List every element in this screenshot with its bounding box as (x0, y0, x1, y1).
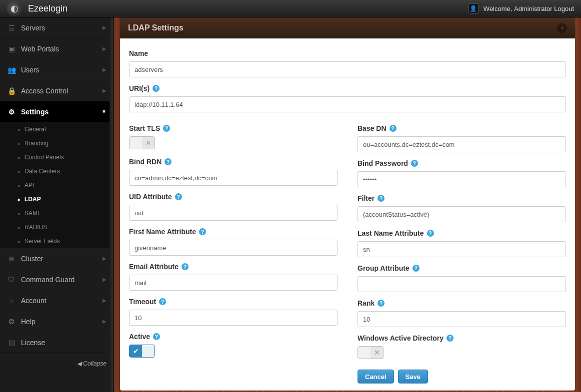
chevron-down-icon: ▼ (102, 109, 106, 114)
caret-icon: ▸ (18, 127, 20, 132)
help-icon[interactable]: ? (153, 333, 160, 340)
sidebar-item-label: Web Portals (21, 45, 59, 53)
filter-label: Filter (358, 194, 374, 202)
chevron-right-icon: ▶ (102, 319, 106, 324)
active-toggle[interactable]: ✔ (129, 345, 155, 358)
bind-rdn-input[interactable] (129, 170, 338, 186)
start-tls-toggle[interactable]: ✕ (129, 136, 155, 149)
sidebar-item-settings[interactable]: ⚙ Settings ▼ (0, 101, 114, 122)
sidebar-item-command-guard[interactable]: 🛡 Command Guard ▶ (0, 269, 114, 290)
wad-toggle[interactable]: ✕ (358, 346, 384, 359)
help-icon[interactable]: ? (152, 85, 160, 92)
help-icon[interactable]: ? (164, 158, 172, 165)
panel-title: LDAP Settings (128, 23, 184, 32)
group-attr-label: Group Attribute (358, 264, 410, 272)
timeout-input[interactable] (129, 310, 338, 326)
sub-item-data-centers[interactable]: ▸Data Centers (0, 164, 114, 178)
logout-link[interactable]: Logout (554, 5, 574, 12)
sidebar-item-help[interactable]: ❂ Help ▶ (0, 311, 114, 332)
help-icon[interactable]: ? (182, 263, 188, 270)
chevron-right-icon: ▶ (102, 256, 106, 261)
email-attr-input[interactable] (129, 275, 338, 291)
name-input[interactable] (129, 61, 566, 77)
sidebar-item-servers[interactable]: ☰ Servers ▶ (0, 17, 114, 38)
help-icon[interactable]: ? (446, 335, 454, 342)
settings-submenu: ▸General ▸Branding ▸Control Panels ▸Data… (0, 122, 114, 248)
collapse-label: Collapse (83, 360, 106, 367)
bind-password-input[interactable] (358, 171, 566, 187)
sub-item-label: Data Centers (24, 168, 60, 175)
sub-item-server-fields[interactable]: ▸Server Fields (0, 234, 114, 248)
caret-icon: ▸ (18, 183, 20, 188)
app-brand: Ezeelogin (28, 3, 68, 14)
sub-item-label: Branding (24, 140, 48, 147)
fname-attr-input[interactable] (129, 240, 338, 256)
lname-attr-label: Last Name Attribute (358, 229, 424, 237)
caret-icon: ▸ (18, 141, 20, 146)
help-icon[interactable]: ? (163, 125, 170, 132)
help-icon[interactable]: ? (378, 195, 384, 202)
sidebar-item-label: Users (21, 66, 40, 74)
shield-icon: 🛡 (7, 276, 16, 284)
sidebar: ☰ Servers ▶ ▣ Web Portals ▶ 👥 Users ▶ 🔒 … (0, 17, 114, 392)
sidebar-item-web-portals[interactable]: ▣ Web Portals ▶ (0, 38, 114, 59)
uris-label: URI(s) (129, 84, 150, 92)
filter-input[interactable] (358, 206, 566, 222)
sub-item-saml[interactable]: ▸SAML (0, 206, 114, 220)
fname-attr-label: First Name Attribute (129, 228, 196, 236)
help-icon[interactable]: ? (427, 230, 434, 237)
uid-attr-input[interactable] (129, 205, 338, 221)
sidebar-item-users[interactable]: 👥 Users ▶ (0, 59, 114, 80)
help-icon[interactable]: ? (390, 125, 396, 132)
sub-item-label: LDAP (24, 196, 41, 203)
collapse-sidebar[interactable]: ◀ Collapse (0, 356, 114, 371)
sidebar-item-label: Account (21, 297, 46, 305)
base-dn-input[interactable] (358, 136, 566, 152)
help-icon[interactable]: ? (411, 160, 418, 167)
rank-input[interactable] (358, 311, 566, 327)
username[interactable]: Administrator (514, 5, 552, 12)
cancel-button[interactable]: Cancel (358, 370, 394, 384)
help-icon[interactable]: ? (412, 265, 420, 272)
panel-body: Name URI(s)? Start TLS? ✕ Bind RDN? (120, 38, 575, 391)
panel-header: LDAP Settings ▾ (120, 17, 575, 38)
sidebar-item-account[interactable]: ⌂ Account ▶ (0, 290, 114, 311)
sidebar-item-access-control[interactable]: 🔒 Access Control ▶ (0, 80, 114, 101)
chevron-right-icon: ▶ (102, 88, 106, 93)
sub-item-label: RADIUS (24, 224, 47, 231)
sub-item-control-panels[interactable]: ▸Control Panels (0, 150, 114, 164)
sub-item-ldap[interactable]: ▸LDAP (0, 192, 114, 206)
bind-password-label: Bind Password (358, 159, 408, 167)
name-label: Name (129, 49, 148, 57)
caret-icon: ▸ (18, 239, 20, 244)
caret-icon: ▸ (18, 211, 20, 216)
help-icon: ❂ (7, 318, 16, 326)
portals-icon: ▣ (7, 45, 16, 53)
group-attr-input[interactable] (358, 276, 566, 292)
sub-item-api[interactable]: ▸API (0, 178, 114, 192)
sidebar-item-cluster[interactable]: ⊛ Cluster ▶ (0, 248, 114, 269)
help-icon[interactable]: ? (199, 228, 206, 235)
panel-collapse-icon[interactable]: ▾ (557, 23, 567, 33)
chevron-right-icon: ▶ (102, 25, 106, 30)
gear-icon: ⚙ (7, 108, 16, 116)
sub-item-label: Server Fields (24, 238, 60, 245)
sidebar-item-label: Access Control (21, 87, 68, 95)
rank-label: Rank (358, 299, 374, 307)
help-icon[interactable]: ? (175, 193, 182, 200)
help-icon[interactable]: ? (378, 300, 384, 307)
lock-icon: 🔒 (7, 87, 16, 95)
sub-item-radius[interactable]: ▸RADIUS (0, 220, 114, 234)
start-tls-label: Start TLS (129, 124, 160, 132)
chevron-right-icon: ▶ (102, 46, 106, 51)
uris-input[interactable] (129, 96, 566, 112)
sidebar-item-license[interactable]: ▤ License (0, 332, 114, 353)
email-attr-label: Email Attribute (129, 263, 178, 271)
help-icon[interactable]: ? (159, 298, 166, 305)
user-icon[interactable]: 👤 (468, 3, 478, 13)
sub-item-general[interactable]: ▸General (0, 122, 114, 136)
save-button[interactable]: Save (398, 370, 428, 384)
caret-icon: ▸ (18, 197, 20, 202)
lname-attr-input[interactable] (358, 241, 566, 257)
sub-item-branding[interactable]: ▸Branding (0, 136, 114, 150)
